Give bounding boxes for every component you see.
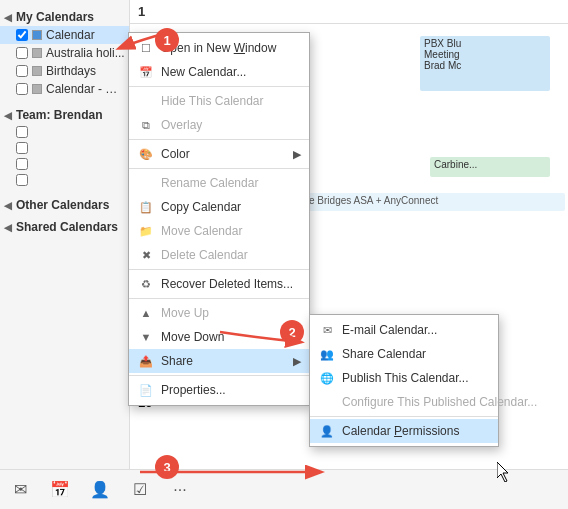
svg-marker-0 [497,462,508,482]
submenu-separator [310,416,498,417]
rename-label: Rename Calendar [161,176,258,190]
menu-copy-calendar[interactable]: 📋 Copy Calendar [129,195,309,219]
other-header[interactable]: ◀ Other Calendars [0,196,129,214]
separator-4 [129,269,309,270]
share-calendar-label: Share Calendar [342,347,426,361]
delete-calendar-icon: ✖ [137,247,155,263]
share-submenu: ✉ E-mail Calendar... 👥 Share Calendar 🌐 … [309,314,499,447]
australia-checkbox[interactable] [16,47,28,59]
arrow-3 [120,458,340,488]
day-number-1: 1 [138,4,145,19]
color-icon: 🎨 [137,146,155,162]
overlay-label: Overlay [161,118,202,132]
calendar-m-checkbox[interactable] [16,83,28,95]
new-calendar-label: New Calendar... [161,65,246,79]
calendar-icon[interactable]: 📅 [48,478,72,502]
menu-recover-deleted[interactable]: ♻ Recover Deleted Items... [129,272,309,296]
share-calendar-icon: 👥 [318,346,336,362]
collapse-triangle: ◀ [4,12,12,23]
sidebar-item-birthdays[interactable]: Birthdays [0,62,129,80]
mouse-cursor [497,462,511,482]
separator-1 [129,86,309,87]
other-label: Other Calendars [16,198,109,212]
color-submenu-arrow: ▶ [293,148,301,161]
overlay-icon: ⧉ [137,117,155,133]
recover-label: Recover Deleted Items... [161,277,293,291]
new-calendar-icon: 📅 [137,64,155,80]
move-up-label: Move Up [161,306,209,320]
delete-calendar-label: Delete Calendar [161,248,248,262]
team3-checkbox[interactable] [16,158,28,170]
recover-icon: ♻ [137,276,155,292]
move-calendar-label: Move Calendar [161,224,242,238]
separator-5 [129,298,309,299]
color-label: Color [161,147,190,161]
calendar-m-label: Calendar - M... [46,82,125,96]
publish-calendar-label: Publish This Calendar... [342,371,469,385]
copy-calendar-label: Copy Calendar [161,200,241,214]
sidebar-item-team1[interactable] [0,124,129,140]
properties-icon: 📄 [137,382,155,398]
calendar-label: Calendar [46,28,95,42]
sidebar-item-team3[interactable] [0,156,129,172]
event-bridges-label: grade Bridges ASA + AnyConnect [289,195,438,206]
menu-color[interactable]: 🎨 Color ▶ [129,142,309,166]
move-down-icon: ▼ [137,329,155,345]
menu-rename: Rename Calendar [129,171,309,195]
separator-6 [129,375,309,376]
arrow-1 [100,20,180,60]
submenu-share-calendar[interactable]: 👥 Share Calendar [310,342,498,366]
event-carbine-label: Carbine... [434,159,477,170]
copy-calendar-icon: 📋 [137,199,155,215]
team-label: Team: Brendan [16,108,102,122]
arrow-2 [200,320,320,360]
birthdays-color [32,66,42,76]
move-up-icon: ▲ [137,305,155,321]
team4-checkbox[interactable] [16,174,28,186]
email-calendar-label: E-mail Calendar... [342,323,437,337]
configure-published-icon [318,394,336,410]
separator-2 [129,139,309,140]
submenu-publish-calendar[interactable]: 🌐 Publish This Calendar... [310,366,498,390]
people-icon[interactable]: 👤 [88,478,112,502]
menu-new-calendar[interactable]: 📅 New Calendar... [129,60,309,84]
move-calendar-icon: 📁 [137,223,155,239]
submenu-email-calendar[interactable]: ✉ E-mail Calendar... [310,318,498,342]
sidebar-item-calendar-m[interactable]: Calendar - M... [0,80,129,98]
sidebar-item-team2[interactable] [0,140,129,156]
team2-checkbox[interactable] [16,142,28,154]
submenu-calendar-permissions[interactable]: 👤 Calendar Permissions [310,419,498,443]
publish-calendar-icon: 🌐 [318,370,336,386]
birthdays-label: Birthdays [46,64,96,78]
my-calendars-label: My Calendars [16,10,94,24]
team1-checkbox[interactable] [16,126,28,138]
menu-move-calendar: 📁 Move Calendar [129,219,309,243]
calendar-checkbox[interactable] [16,29,28,41]
share-icon: 📤 [137,353,155,369]
submenu-configure-published: Configure This Published Calendar... [310,390,498,414]
calendar-color [32,30,42,40]
other-triangle: ◀ [4,200,12,211]
menu-overlay: ⧉ Overlay [129,113,309,137]
shared-label: Shared Calendars [16,220,118,234]
separator-3 [129,168,309,169]
australia-color [32,48,42,58]
sidebar-item-team4[interactable] [0,172,129,188]
share-label: Share [161,354,193,368]
mail-icon[interactable]: ✉ [8,478,32,502]
calendar-permissions-label: Calendar Permissions [342,424,459,438]
menu-properties[interactable]: 📄 Properties... [129,378,309,402]
team-header[interactable]: ◀ Team: Brendan [0,106,129,124]
shared-header[interactable]: ◀ Shared Calendars [0,218,129,236]
event-pbx-label: PBX BluMeetingBrad Mc [424,38,461,71]
event-carbine[interactable]: Carbine... [430,157,550,177]
cal-header: 1 [130,0,568,24]
shared-triangle: ◀ [4,222,12,233]
hide-calendar-label: Hide This Calendar [161,94,264,108]
birthdays-checkbox[interactable] [16,65,28,77]
properties-label: Properties... [161,383,226,397]
menu-delete-calendar: ✖ Delete Calendar [129,243,309,267]
event-pbx[interactable]: PBX BluMeetingBrad Mc [420,36,550,91]
sidebar: ◀ My Calendars Calendar Australia holi..… [0,0,130,509]
event-bridges[interactable]: grade Bridges ASA + AnyConnect [285,193,565,211]
